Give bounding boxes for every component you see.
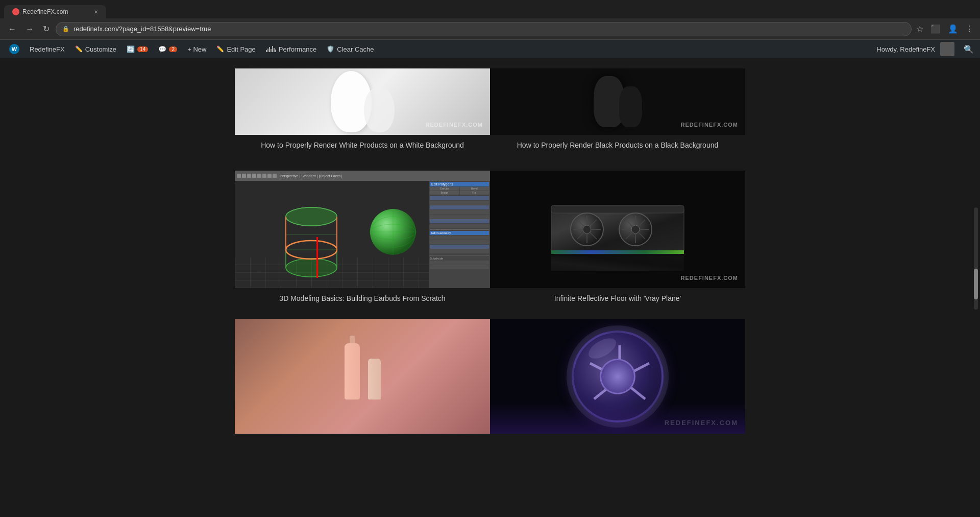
site-name-item[interactable]: RedefineFX	[24, 40, 70, 58]
gallery-item[interactable]: Perspective | Standard | [Object Faces]	[235, 171, 490, 309]
updates-badge: 14	[137, 46, 148, 52]
main-content: REDEFINEFX.COM How to Properly Render Wh…	[0, 58, 980, 444]
customize-label: Customize	[85, 45, 116, 53]
black-product-small	[619, 86, 642, 127]
updates-item[interactable]: 🔄 14	[121, 40, 153, 58]
menu-icon[interactable]: ⋮	[964, 22, 975, 35]
comments-badge: 2	[169, 46, 177, 52]
gallery-item[interactable]: REDEFINEFX.COM	[490, 319, 745, 434]
gallery-grid: REDEFINEFX.COM How to Properly Render Wh…	[235, 68, 745, 434]
watermark: REDEFINEFX.COM	[681, 122, 738, 128]
updates-icon: 🔄	[127, 45, 135, 53]
admin-bar-right: Howdy, RedefineFX 🔍	[876, 42, 976, 56]
back-button[interactable]: ←	[5, 22, 19, 36]
tab-title: RedefineFX.com	[22, 8, 68, 15]
wp-logo-item[interactable]: W	[4, 40, 24, 58]
browser-chrome: RedefineFX.com ✕ ← → ↻ 🔒 redefinefx.com/…	[0, 0, 980, 40]
tab-bar: RedefineFX.com ✕	[0, 0, 980, 18]
gpu-svg	[546, 195, 689, 272]
comments-icon: 💬	[158, 45, 166, 53]
modeling-screenshot: Perspective | Standard | [Object Faces]	[235, 171, 490, 288]
browser-tab[interactable]: RedefineFX.com ✕	[4, 5, 106, 18]
scroll-thumb	[974, 269, 978, 299]
address-bar[interactable]: 🔒 redefinefx.com/?page_id=81558&preview=…	[56, 22, 912, 36]
gallery-item-title: Infinite Reflective Floor with 'Vray Pla…	[490, 288, 745, 309]
address-text: redefinefx.com/?page_id=81558&preview=tr…	[74, 25, 905, 33]
svg-rect-38	[551, 255, 684, 271]
performance-label: Performance	[279, 45, 316, 53]
site-name-label: RedefineFX	[30, 45, 65, 53]
viewport-main	[235, 181, 429, 288]
gallery-item[interactable]	[235, 319, 490, 434]
bookmark-icon[interactable]: ☆	[915, 22, 925, 35]
svg-rect-37	[551, 250, 684, 254]
clear-cache-item[interactable]: 🛡️ Clear Cache	[322, 40, 379, 58]
gallery-item[interactable]: REDEFINEFX.COM How to Properly Render Bl…	[490, 68, 745, 155]
gallery-item-image: REDEFINEFX.COM	[490, 171, 745, 288]
gallery-item-title: How to Properly Render Black Products on…	[490, 135, 745, 155]
bottle-tall	[345, 343, 360, 400]
performance-item[interactable]: Performance	[261, 40, 322, 58]
tab-favicon	[12, 8, 19, 15]
performance-icon	[266, 45, 276, 54]
gallery-item[interactable]: REDEFINEFX.COM Infinite Reflective Floor…	[490, 171, 745, 309]
nav-bar: ← → ↻ 🔒 redefinefx.com/?page_id=81558&pr…	[0, 18, 980, 40]
forward-button[interactable]: →	[22, 22, 37, 36]
panel-sub-header: Edit Geometry	[430, 231, 489, 235]
gallery-item-image: REDEFINEFX.COM	[235, 68, 490, 135]
howdy-text: Howdy, RedefineFX	[876, 45, 935, 53]
watermark: REDEFINEFX.COM	[426, 122, 483, 128]
gallery-item-image: Perspective | Standard | [Object Faces]	[235, 171, 490, 288]
reload-button[interactable]: ↻	[40, 22, 53, 36]
edit-page-label: Edit Page	[227, 45, 255, 53]
comments-item[interactable]: 💬 2	[153, 40, 182, 58]
gallery-item-image: REDEFINEFX.COM	[490, 68, 745, 135]
scroll-indicator[interactable]	[974, 207, 978, 310]
gallery-item-title: 3D Modeling Basics: Building Earbuds Fro…	[235, 288, 490, 309]
wheel-inner	[600, 359, 635, 394]
extensions-icon[interactable]: ⬛	[929, 22, 942, 35]
wheel-container	[572, 331, 664, 422]
svg-rect-16	[551, 205, 684, 213]
wp-logo: W	[9, 44, 19, 54]
tab-close-button[interactable]: ✕	[94, 9, 98, 15]
new-content-item[interactable]: + New	[182, 40, 211, 58]
bottle-short	[368, 359, 381, 400]
edit-icon: ✏️	[216, 45, 224, 53]
sidebar-panel: Edit Polygons Extrude Bevel Bridge Flip	[429, 181, 490, 288]
gallery-item-image	[235, 319, 490, 434]
clear-cache-label: Clear Cache	[337, 45, 374, 53]
clear-cache-icon: 🛡️	[327, 45, 334, 53]
lock-icon: 🔒	[62, 26, 69, 32]
panel-header: Edit Polygons	[430, 182, 489, 186]
profile-icon[interactable]: 👤	[946, 22, 960, 35]
cylinder-svg	[281, 201, 342, 283]
gallery-item[interactable]: REDEFINEFX.COM How to Properly Render Wh…	[235, 68, 490, 155]
watermark: REDEFINEFX.COM	[681, 275, 738, 281]
white-product-small	[364, 86, 395, 132]
edit-page-item[interactable]: ✏️ Edit Page	[211, 40, 260, 58]
sphere-svg	[368, 206, 419, 257]
new-label: + New	[187, 45, 206, 53]
wp-admin-bar: W RedefineFX ✏️ Customize 🔄 14 💬 2 + New…	[0, 40, 980, 58]
customize-item[interactable]: ✏️ Customize	[70, 40, 121, 58]
svg-point-4	[286, 207, 337, 226]
gallery-item-title: How to Properly Render White Products on…	[235, 135, 490, 155]
modeling-toolbar: Perspective | Standard | [Object Faces]	[235, 171, 490, 181]
modeling-viewport: Edit Polygons Extrude Bevel Bridge Flip	[235, 181, 490, 288]
admin-search-icon[interactable]: 🔍	[962, 42, 976, 56]
watermark: REDEFINEFX.COM	[665, 419, 738, 427]
svg-point-3	[286, 258, 337, 277]
gallery-item-image: REDEFINEFX.COM	[490, 319, 745, 434]
nav-icons: ☆ ⬛ 👤 ⋮	[915, 22, 975, 35]
